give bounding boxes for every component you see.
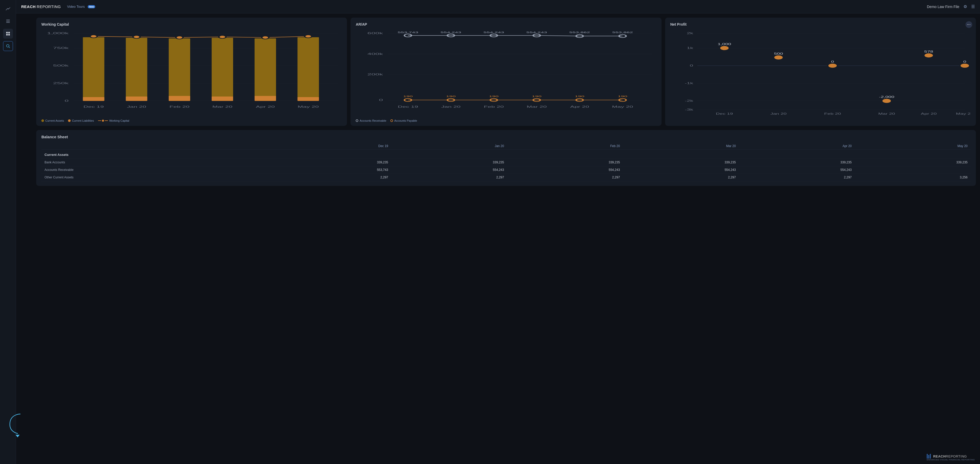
brand: REACHREPORTING: [21, 5, 61, 9]
row-bank-accounts-mar20: 339,235: [623, 159, 739, 166]
watermark: REACHREPORTING ENHANCED VISUAL FINANCIAL…: [927, 454, 975, 461]
svg-text:0: 0: [65, 99, 68, 102]
sidebar-icon-chart[interactable]: [3, 4, 13, 14]
svg-text:Mar 20: Mar 20: [527, 105, 547, 108]
legend-working-capital-dot: [102, 120, 104, 122]
svg-text:Jan 20: Jan 20: [770, 112, 786, 115]
legend-current-assets: Current Assets: [41, 119, 64, 122]
svg-rect-27: [126, 97, 147, 101]
working-capital-card: Working Capital 1,000k 750k 500k 250k 0: [36, 18, 347, 126]
legend-current-liabilities: Current Liabilities: [68, 119, 94, 122]
svg-text:400k: 400k: [368, 52, 383, 56]
main-content: Working Capital 1,000k 750k 500k 250k 0: [32, 13, 980, 464]
svg-rect-28: [169, 96, 190, 101]
legend-working-capital-label: Working Capital: [109, 119, 129, 122]
balance-sheet-title: Balance Sheet: [41, 135, 971, 139]
row-bank-accounts-jan20: 339,235: [391, 159, 507, 166]
row-ar-mar20: 554,243: [623, 166, 739, 174]
svg-text:0: 0: [963, 60, 966, 63]
table-row: Accounts Receivable 553,743 554,243 554,…: [41, 166, 971, 174]
net-profit-more-options[interactable]: ···: [966, 21, 972, 28]
svg-text:1,000: 1,000: [718, 43, 731, 46]
svg-text:500: 500: [774, 52, 783, 55]
sidebar-icon-list[interactable]: [3, 16, 13, 26]
topbar-nav: Video Tours New: [67, 5, 95, 8]
watermark-logo: REACHREPORTING: [927, 454, 975, 459]
svg-text:554,243: 554,243: [441, 31, 461, 33]
video-tours-link[interactable]: Video Tours: [67, 5, 84, 8]
file-name: Demo Law Firm File: [927, 5, 959, 9]
svg-rect-6: [6, 34, 8, 35]
svg-point-0: [8, 8, 8, 9]
svg-text:0: 0: [690, 64, 693, 67]
svg-text:-2k: -2k: [685, 99, 694, 102]
row-oca-apr20: 2,297: [739, 174, 855, 181]
svg-text:553,743: 553,743: [398, 31, 418, 33]
row-oca-may20: 3,256: [855, 174, 971, 181]
svg-text:190: 190: [575, 95, 584, 97]
legend-current-assets-label: Current Assets: [45, 119, 64, 122]
svg-text:200k: 200k: [368, 73, 383, 76]
svg-text:553,862: 553,862: [612, 31, 633, 33]
svg-text:600k: 600k: [368, 32, 383, 35]
row-ar-dec19: 553,743: [275, 166, 391, 174]
svg-rect-4: [6, 32, 8, 33]
svg-text:-2,000: -2,000: [879, 96, 894, 98]
svg-rect-24: [255, 38, 276, 101]
sidebar-icon-grid[interactable]: [3, 29, 13, 38]
svg-rect-26: [83, 97, 104, 101]
working-capital-legend: Current Assets Current Liabilities Worki…: [41, 119, 342, 122]
row-oca-label: Other Current Assets: [41, 174, 275, 181]
legend-ar-dot: [356, 120, 358, 122]
menu-icon[interactable]: ☰: [971, 4, 975, 9]
arap-title: AR/AP: [356, 22, 656, 26]
svg-rect-2: [6, 21, 10, 21]
svg-rect-115: [928, 455, 929, 459]
settings-icon[interactable]: ⚙: [963, 4, 967, 9]
svg-rect-31: [298, 97, 319, 101]
brand-reach: REACH: [21, 5, 36, 9]
row-oca-mar20: 2,297: [623, 174, 739, 181]
topbar: REACHREPORTING Video Tours New Demo Law …: [16, 0, 980, 13]
legend-current-liabilities-dot: [68, 120, 71, 122]
svg-text:Apr 20: Apr 20: [256, 105, 275, 108]
legend-ap-label: Accounts Payable: [394, 119, 417, 122]
svg-rect-30: [255, 96, 276, 101]
row-ar-may20: [855, 166, 971, 174]
row-oca-jan20: 2,297: [391, 174, 507, 181]
working-capital-title: Working Capital: [41, 22, 342, 26]
legend-ar-label: Accounts Receivable: [360, 119, 386, 122]
legend-ap-dot: [390, 120, 393, 122]
svg-text:750k: 750k: [53, 46, 69, 49]
svg-text:May 20: May 20: [956, 112, 971, 115]
col-header-apr20: Apr 20: [739, 143, 855, 150]
svg-point-32: [90, 35, 97, 38]
svg-text:-1k: -1k: [685, 81, 694, 85]
svg-text:-3k: -3k: [685, 108, 694, 112]
row-bank-accounts-dec19: 339,235: [275, 159, 391, 166]
svg-text:190: 190: [446, 95, 456, 97]
svg-marker-113: [16, 435, 20, 437]
svg-rect-25: [298, 37, 319, 101]
svg-text:Feb 20: Feb 20: [169, 105, 189, 108]
legend-current-liabilities-label: Current Liabilities: [72, 119, 94, 122]
section-current-assets: Current Assets: [41, 150, 971, 159]
svg-rect-29: [212, 97, 233, 101]
svg-text:May 20: May 20: [298, 105, 319, 108]
svg-text:Dec 19: Dec 19: [398, 105, 418, 108]
svg-point-97: [773, 55, 783, 60]
svg-point-36: [262, 36, 269, 39]
svg-text:190: 190: [403, 95, 413, 97]
svg-text:0: 0: [379, 98, 383, 101]
sidebar-icon-search[interactable]: [3, 41, 13, 51]
legend-ar: Accounts Receivable: [356, 119, 386, 122]
svg-point-99: [827, 64, 837, 68]
svg-rect-114: [927, 454, 928, 459]
col-header-label: [41, 143, 275, 150]
row-bank-accounts-apr20: 339,235: [739, 159, 855, 166]
row-ar-label: Accounts Receivable: [41, 166, 275, 174]
svg-text:2k: 2k: [687, 32, 694, 35]
svg-text:Apr 20: Apr 20: [570, 105, 589, 108]
sidebar: [0, 0, 16, 464]
svg-text:554,243: 554,243: [484, 31, 504, 33]
